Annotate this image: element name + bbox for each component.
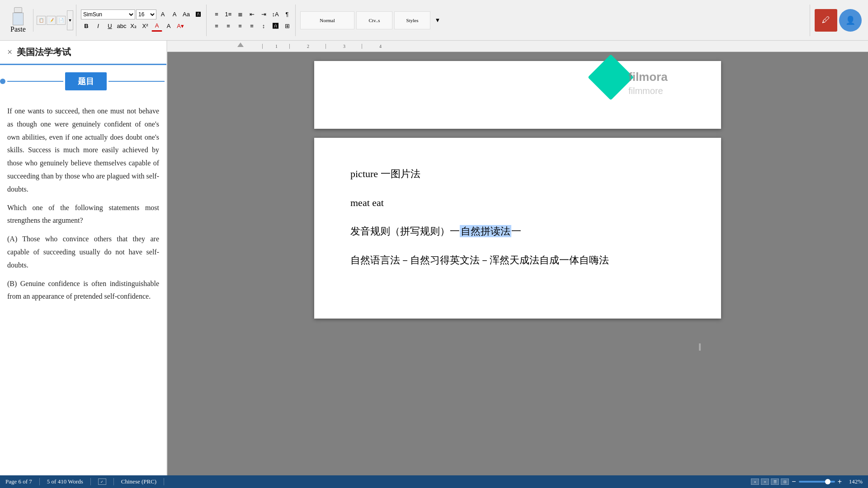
numbering-button[interactable]: 1≡ <box>223 9 234 20</box>
doc-line-3-part2: 一 <box>511 225 521 237</box>
indent-increase-button[interactable]: ⇥ <box>258 9 269 20</box>
doc-content: picture 一图片法 meat eat 发音规则（拼写规则）一自然拼读法一 … <box>350 165 685 269</box>
user-icon[interactable]: 👤 <box>839 9 862 32</box>
toolbar-paste-section: Paste 📋 📝 📄 ▼ <box>4 5 76 36</box>
track-changes-icon[interactable]: ✓ <box>98 479 106 485</box>
paste-option-1[interactable]: 📋 <box>37 16 46 25</box>
zoom-controls: ▪ ≡ ☰ ⊡ − + 142% <box>751 478 863 486</box>
sidebar-nav: 题目 <box>0 65 166 98</box>
toolbar-font-section: SimSun 16 A A Aa 🅰 B I U abc X₂ X² A A A… <box>78 5 207 36</box>
sidebar-content: If one wants to succeed, then one must n… <box>0 98 166 316</box>
main-area: × 美国法学考试 题目 If one wants to succeed, the… <box>0 41 868 475</box>
highlight-button[interactable]: A <box>163 21 174 32</box>
font-color-button[interactable]: A <box>151 21 162 32</box>
borders-button[interactable]: ⊞ <box>282 21 292 32</box>
sidebar-option-a: (A) Those who convince others that they … <box>7 233 159 272</box>
doc-line-3-highlight: 自然拼读法 <box>460 225 511 237</box>
align-right-button[interactable]: ≡ <box>235 21 245 32</box>
shading-button[interactable]: 🅰 <box>270 21 281 32</box>
toolbar: Paste 📋 📝 📄 ▼ SimSun 16 A A Aa <box>0 0 868 41</box>
font-controls: SimSun 16 A A Aa 🅰 B I U abc X₂ X² A A A… <box>81 9 203 32</box>
view-mode-icons: ▪ ≡ ☰ ⊡ <box>751 479 789 485</box>
multilevel-button[interactable]: ≣ <box>235 9 245 20</box>
view-mode-2[interactable]: ≡ <box>761 479 769 485</box>
nav-dot <box>0 79 5 84</box>
nav-line-left <box>7 81 63 82</box>
style-normal[interactable]: Normal <box>300 11 354 29</box>
indent-decrease-button[interactable]: ⇤ <box>246 9 257 20</box>
filmora-watermark-2: filmmore <box>628 86 663 96</box>
clear-format-button[interactable]: 🅰 <box>193 9 203 20</box>
ruler-mark-1: 1 <box>262 44 289 49</box>
paste-option-2[interactable]: 📝 <box>47 16 56 25</box>
subscript-button[interactable]: X₂ <box>128 21 139 32</box>
doc-area: 1 2 3 4 filmora filmmore <box>167 41 868 475</box>
sidebar: × 美国法学考试 题目 If one wants to succeed, the… <box>0 41 167 475</box>
zoom-in-button[interactable]: + <box>838 478 842 486</box>
font-grow-button[interactable]: A <box>157 9 168 20</box>
doc-page-main[interactable]: picture 一图片法 meat eat 发音规则（拼写规则）一自然拼读法一 … <box>314 138 721 319</box>
ruler-mark-4: 4 <box>362 44 398 49</box>
paste-button[interactable]: Paste <box>6 5 30 35</box>
paste-option-3[interactable]: 📄 <box>57 16 66 25</box>
status-divider-3 <box>113 478 114 485</box>
doc-line-3: 发音规则（拼写规则）一自然拼读法一 <box>350 222 685 240</box>
sidebar-title: 美国法学考试 <box>17 46 71 58</box>
zoom-thumb <box>825 479 830 484</box>
paste-dropdown[interactable]: ▼ <box>67 10 73 30</box>
justify-button[interactable]: ≡ <box>246 21 257 32</box>
filmora-diamond <box>588 54 634 100</box>
sidebar-para2: Which one of the following statements mo… <box>7 202 159 228</box>
paste-label: Paste <box>10 25 26 33</box>
zoom-slider[interactable] <box>799 481 835 483</box>
zoom-level: 142% <box>844 478 863 485</box>
bold-button[interactable]: B <box>81 21 92 32</box>
status-divider-1 <box>39 478 40 485</box>
sidebar-header: × 美国法学考试 <box>0 41 166 65</box>
font-family-select[interactable]: SimSun <box>81 9 135 19</box>
toolbar-right-section: 🖊 👤 <box>812 5 864 36</box>
close-icon[interactable]: × <box>7 47 12 57</box>
superscript-button[interactable]: X² <box>140 21 151 32</box>
status-divider-2 <box>90 478 91 485</box>
ruler-mark-2: 2 <box>289 44 326 49</box>
align-left-button[interactable]: ≡ <box>211 21 222 32</box>
doc-scroll[interactable]: filmora filmmore picture 一图片法 meat eat 发… <box>167 52 868 475</box>
line-spacing-button[interactable]: ↕ <box>258 21 269 32</box>
styles-gallery[interactable]: Styles <box>394 11 430 29</box>
nav-line-right <box>108 81 165 82</box>
bullets-button[interactable]: ≡ <box>211 9 222 20</box>
strikethrough-button[interactable]: abc <box>116 21 127 32</box>
font-shrink-button[interactable]: A <box>169 9 180 20</box>
style-clear[interactable]: Ctv..s <box>356 11 392 29</box>
styles-expand-button[interactable]: ▼ <box>432 15 443 26</box>
status-bar: Page 6 of 7 5 of 410 Words ✓ Chinese (PR… <box>0 475 868 488</box>
view-mode-1[interactable]: ▪ <box>751 479 759 485</box>
change-case-button[interactable]: Aa <box>181 9 192 20</box>
font-size-select[interactable]: 16 <box>136 9 156 19</box>
filmora-watermark-1: filmora <box>628 70 668 84</box>
doc-line-4: 自然语言法－自然习得英文法－浑然天成法自成一体自嗨法 <box>350 251 685 269</box>
font-color-2-button[interactable]: A▾ <box>175 21 186 32</box>
doc-page-top: filmora filmmore <box>314 61 721 129</box>
italic-button[interactable]: I <box>93 21 104 32</box>
paragraph-controls: ≡ 1≡ ≣ ⇤ ⇥ ↕A ¶ ≡ ≡ ≡ ≡ ↕ 🅰 ⊞ <box>211 9 292 32</box>
view-mode-4[interactable]: ⊡ <box>781 479 789 485</box>
word-count: 5 of 410 Words <box>47 478 83 485</box>
sort-button[interactable]: ↕A <box>270 9 281 20</box>
doc-line-1: picture 一图片法 <box>350 165 685 183</box>
nav-btn-topic[interactable]: 题目 <box>65 72 107 90</box>
doc-line-3-part1: 发音规则（拼写规则）一 <box>350 225 460 237</box>
toolbar-paragraph-section: ≡ 1≡ ≣ ⇤ ⇥ ↕A ¶ ≡ ≡ ≡ ≡ ↕ 🅰 ⊞ <box>208 5 296 36</box>
doc-line-2: meat eat <box>350 194 685 212</box>
page-info: Page 6 of 7 <box>5 478 32 485</box>
ruler-indent-marker[interactable] <box>237 42 244 47</box>
align-center-button[interactable]: ≡ <box>223 21 234 32</box>
sidebar-para1: If one wants to succeed, then one must n… <box>7 105 159 196</box>
view-mode-3[interactable]: ☰ <box>771 479 779 485</box>
zoom-out-button[interactable]: − <box>792 478 796 486</box>
pilcrow-button[interactable]: ¶ <box>282 9 292 20</box>
red-icon: 🖊 <box>815 9 837 32</box>
underline-button[interactable]: U <box>104 21 115 32</box>
watermark-container: filmora filmmore <box>594 56 685 115</box>
